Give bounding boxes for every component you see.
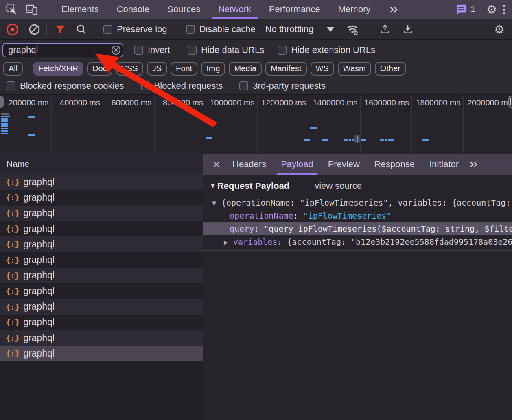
type-filter-wasm[interactable]: Wasm <box>338 62 371 76</box>
hide-data-urls-checkbox[interactable] <box>188 46 197 55</box>
timeline-selected-marker <box>354 135 360 143</box>
invert-label: Invert <box>148 45 170 55</box>
throttling-value: No throttling <box>265 24 314 35</box>
timeline-left-grip[interactable] <box>0 96 4 108</box>
marker-line <box>357 136 358 142</box>
panel-tabs: ElementsConsoleSourcesNetworkPerformance… <box>53 0 408 19</box>
request-row[interactable]: {:}graphql <box>0 206 203 221</box>
throttling-select[interactable]: No throttling <box>265 24 335 35</box>
request-row[interactable]: {:}graphql <box>0 221 203 236</box>
record-network-log-icon[interactable] <box>6 23 19 36</box>
network-overview-timeline[interactable]: 200000 ms400000 ms600000 ms800000 ms1000… <box>0 95 512 154</box>
main-menu-kebab-icon[interactable] <box>503 5 505 14</box>
tab-memory[interactable]: Memory <box>329 0 379 19</box>
export-har-icon[interactable] <box>402 24 414 35</box>
issues-message-icon[interactable] <box>455 3 467 15</box>
blocked-response-cookies-checkbox[interactable] <box>7 81 15 90</box>
detail-tab-initiator[interactable]: Initiator <box>422 154 466 175</box>
divider <box>480 4 481 15</box>
tab-console[interactable]: Console <box>108 0 159 19</box>
timeline-column: 400000 ms <box>52 95 103 154</box>
clear-network-log-icon[interactable] <box>28 24 40 35</box>
type-filter-js[interactable]: JS <box>147 62 167 76</box>
request-payload-twisty-icon[interactable]: ▼ <box>210 182 216 190</box>
collapsed-twisty-icon[interactable]: ▶ <box>224 236 233 248</box>
payload-segment: : <box>277 237 287 247</box>
payload-tree-row[interactable]: ▶variables: {accountTag: "b12e3b2192ee55… <box>203 235 512 248</box>
request-row[interactable]: {:}graphql <box>0 346 203 361</box>
clear-filter-icon[interactable] <box>111 45 121 55</box>
fetch-xhr-icon: {:} <box>6 333 19 343</box>
type-filter-img[interactable]: Img <box>201 62 225 76</box>
name-column-header[interactable]: Name <box>0 154 203 174</box>
tab-performance[interactable]: Performance <box>260 0 329 19</box>
request-row[interactable]: {:}graphql <box>0 190 203 205</box>
detail-tab-preview[interactable]: Preview <box>321 154 367 175</box>
timeline-tick-label: 1400000 ms <box>309 98 360 107</box>
request-row[interactable]: {:}graphql <box>0 252 203 267</box>
filter-input[interactable] <box>2 43 123 57</box>
timeline-request-bar <box>361 139 366 141</box>
type-filter-manifest[interactable]: Manifest <box>265 62 307 76</box>
detail-tab-headers[interactable]: Headers <box>225 154 274 175</box>
-rd-party-requests-checkbox[interactable] <box>239 81 248 90</box>
request-row[interactable]: {:}graphql <box>0 330 203 346</box>
type-filter-css[interactable]: CSS <box>116 62 143 76</box>
import-har-icon[interactable] <box>379 24 391 35</box>
detail-tab-response[interactable]: Response <box>367 154 422 175</box>
type-filter-media[interactable]: Media <box>229 62 261 76</box>
timeline-request-bar <box>322 139 328 141</box>
type-filter-font[interactable]: Font <box>171 62 197 76</box>
blocked-requests-checkbox[interactable] <box>141 81 150 90</box>
disable-cache-checkbox[interactable] <box>186 25 195 34</box>
filter-bar: Invert Hide data URLs Hide extension URL… <box>0 40 512 60</box>
payload-segment: {accountTag: "b12e3b2192ee5588fdad995178… <box>287 237 512 247</box>
filter-input-wrap <box>2 43 123 57</box>
settings-gear-icon[interactable]: ⚙ <box>486 4 497 15</box>
tab-elements[interactable]: Elements <box>53 0 108 19</box>
tab-sources[interactable]: Sources <box>158 0 209 19</box>
type-filter-doc[interactable]: Doc <box>87 62 112 76</box>
timeline-request-bar <box>380 139 384 141</box>
filter-icon[interactable] <box>55 24 66 35</box>
tab-network[interactable]: Network <box>209 0 260 19</box>
detail-tab-payload[interactable]: Payload <box>274 154 321 175</box>
request-row[interactable]: {:}graphql <box>0 299 203 314</box>
payload-tree-row[interactable]: ▼{operationName: "ipFlowTimeseries", var… <box>203 196 512 209</box>
type-filter-all[interactable]: All <box>3 62 23 76</box>
timeline-tick-label: 1800000 ms <box>412 98 463 107</box>
inspect-element-icon[interactable] <box>5 3 18 15</box>
timeline-column: 1200000 ms <box>258 95 309 154</box>
timeline-columns: 200000 ms400000 ms600000 ms800000 ms1000… <box>0 95 512 154</box>
request-row[interactable]: {:}graphql <box>0 174 203 190</box>
view-source-link[interactable]: view source <box>315 181 362 191</box>
search-icon[interactable] <box>76 24 87 35</box>
more-tabs-chevron-icon[interactable] <box>468 159 479 170</box>
hide-extension-urls-checkbox[interactable] <box>278 46 287 55</box>
blocked-filter-label: Blocked response cookies <box>20 81 124 91</box>
payload-tree-row[interactable]: query: "query ipFlowTimeseries($accountT… <box>203 222 512 235</box>
payload-tree: ▼{operationName: "ipFlowTimeseries", var… <box>203 196 512 248</box>
fetch-xhr-icon: {:} <box>6 224 19 234</box>
device-toolbar-icon[interactable] <box>25 3 38 15</box>
invert-checkbox[interactable] <box>134 46 143 55</box>
more-panels-chevron-icon[interactable] <box>379 0 408 19</box>
expanded-twisty-icon[interactable]: ▼ <box>212 197 221 209</box>
type-filter-fetchxhr[interactable]: Fetch/XHR <box>33 62 83 76</box>
request-row[interactable]: {:}graphql <box>0 236 203 252</box>
request-row[interactable]: {:}graphql <box>0 315 203 330</box>
type-filter-other[interactable]: Other <box>375 62 406 76</box>
timeline-right-grip[interactable] <box>508 96 512 108</box>
close-details-icon[interactable] <box>212 160 221 169</box>
divider <box>46 4 46 15</box>
timeline-column: 1800000 ms <box>412 95 464 154</box>
timeline-request-bar <box>1 125 8 127</box>
request-row[interactable]: {:}graphql <box>0 283 203 299</box>
network-settings-gear-icon[interactable]: ⚙ <box>494 24 505 35</box>
payload-tree-row[interactable]: operationName: "ipFlowTimeseries" <box>203 209 512 222</box>
request-row[interactable]: {:}graphql <box>0 268 203 283</box>
network-conditions-icon[interactable] <box>346 23 359 36</box>
timeline-column: 2000000 ms <box>464 95 512 154</box>
preserve-log-checkbox[interactable] <box>103 25 112 34</box>
type-filter-ws[interactable]: WS <box>311 62 334 76</box>
